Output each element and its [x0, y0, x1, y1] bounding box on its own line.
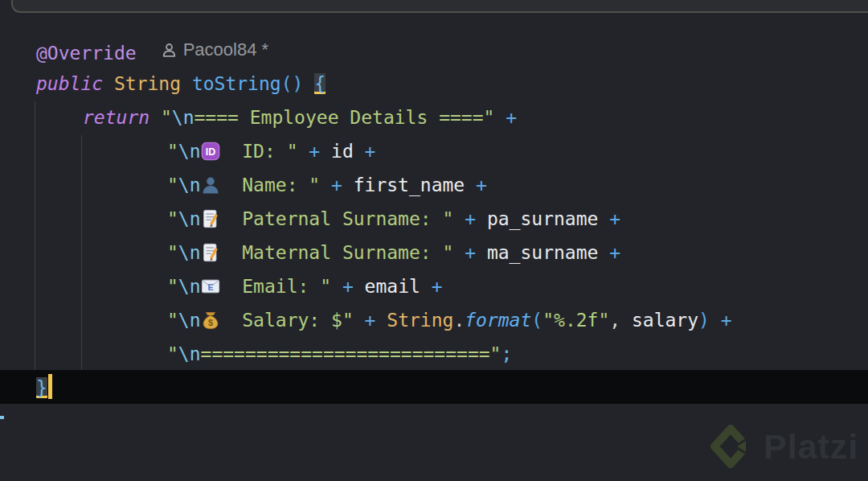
string-literal: Email: ": [220, 276, 331, 297]
gutter-artifact: [0, 416, 4, 419]
text-caret: [48, 374, 52, 399]
code-vision-blame[interactable]: Pacool84 *: [161, 33, 268, 67]
plus-operator: +: [354, 141, 376, 162]
email-emoji: E: [201, 277, 220, 296]
plus-operator: +: [354, 310, 387, 331]
close-brace-matched: }: [36, 377, 47, 398]
bust-emoji: [201, 175, 220, 195]
string-quote: ": [167, 310, 178, 331]
moneybag-emoji: $: [201, 310, 220, 330]
platzi-logo-icon: [710, 425, 751, 468]
id-emoji: ID: [201, 142, 220, 161]
svg-text:E: E: [207, 282, 213, 292]
string-quote: ": [167, 141, 178, 162]
svg-text:ID: ID: [205, 146, 215, 158]
memo-emoji: [201, 243, 220, 262]
open-brace-matched: {: [314, 73, 326, 94]
code-line-signature[interactable]: public String toString() {: [36, 67, 732, 101]
code-line-annotation[interactable]: @OverridePacool84 *: [36, 33, 732, 67]
plus-operator: +: [453, 208, 487, 229]
string-quote: ": [161, 107, 172, 128]
parens: (): [281, 73, 304, 94]
code-line-paternal-surname[interactable]: "\n Paternal Surname: " + pa_surname +: [36, 202, 732, 236]
variable-id: id: [331, 141, 354, 162]
variable-first-name: first_name: [354, 175, 465, 195]
string-literal: ==== Employee Details ====": [194, 107, 495, 128]
variable-salary: salary: [632, 310, 698, 331]
popup-panel-edge: [11, 0, 868, 13]
string-quote: ": [167, 175, 178, 195]
override-annotation: @Override: [36, 43, 137, 64]
newline-escape: \n: [178, 276, 201, 297]
newline-escape: \n: [178, 175, 201, 195]
code-line-id[interactable]: "\nID ID: " + id +: [36, 134, 732, 168]
code-line-salary[interactable]: "\n$ Salary: $" + String.format("%.2f", …: [36, 303, 732, 337]
newline-escape: \n: [178, 343, 201, 364]
indent-guide: [35, 101, 35, 370]
code-line-maternal-surname[interactable]: "\n Maternal Surname: " + ma_surname +: [36, 236, 732, 269]
plus-operator: +: [420, 276, 443, 297]
newline-escape: \n: [178, 310, 201, 331]
svg-text:$: $: [207, 318, 212, 327]
string-quote: ": [167, 276, 178, 297]
code-line-close-brace[interactable]: }: [36, 371, 732, 405]
variable-pa-surname: pa_surname: [487, 208, 598, 229]
string-literal: Paternal Surname: ": [220, 208, 454, 229]
plus-operator: +: [710, 310, 732, 331]
author-icon: [161, 42, 178, 59]
newline-escape: \n: [178, 141, 201, 162]
plus-operator: +: [598, 242, 620, 263]
ide-editor: @OverridePacool84 * public String toStri…: [0, 0, 868, 481]
plus-operator: +: [298, 141, 332, 162]
method-tostring: toString: [192, 73, 281, 94]
plus-operator: +: [331, 276, 365, 297]
keyword-public: public: [36, 73, 114, 94]
paren: ): [698, 310, 710, 331]
string-quote: ": [167, 343, 178, 364]
string-literal: ==========================": [201, 343, 502, 364]
variable-email: email: [365, 276, 420, 297]
string-quote: ": [167, 208, 178, 229]
string-literal: ID: ": [220, 141, 298, 162]
newline-escape: \n: [178, 242, 201, 263]
plus-operator: +: [465, 175, 487, 195]
code-line-email[interactable]: "\nE Email: " + email +: [36, 269, 732, 303]
platzi-brand-text: Platzi: [764, 427, 858, 467]
type-string: String: [387, 310, 453, 331]
memo-emoji: [201, 209, 220, 228]
plus-operator: +: [453, 242, 487, 263]
format-string: "%.2f": [542, 310, 609, 331]
code-editor[interactable]: @OverridePacool84 * public String toStri…: [36, 33, 732, 405]
plus-operator: +: [494, 107, 517, 128]
blame-author: Pacool84 *: [183, 33, 268, 67]
plus-operator: +: [320, 175, 354, 195]
string-quote: ": [167, 242, 178, 263]
code-line-name[interactable]: "\n Name: " + first_name +: [36, 168, 732, 202]
string-literal: Name: ": [220, 175, 321, 195]
type-string: String: [114, 73, 192, 94]
comma: ,: [609, 310, 632, 331]
semicolon: ;: [501, 343, 512, 364]
string-literal: Salary: $": [220, 310, 354, 331]
newline-escape: \n: [172, 107, 194, 128]
code-line-footer[interactable]: "\n==========================";: [36, 337, 732, 371]
method-format: format: [465, 310, 531, 331]
plus-operator: +: [598, 208, 620, 229]
newline-escape: \n: [178, 208, 201, 229]
keyword-return: return: [83, 107, 161, 128]
string-literal: Maternal Surname: ": [220, 242, 454, 263]
dot: .: [453, 310, 465, 331]
platzi-watermark: Platzi: [710, 425, 858, 468]
variable-ma-surname: ma_surname: [487, 242, 598, 263]
paren: (: [531, 310, 542, 331]
code-line-return[interactable]: return "\n==== Employee Details ====" +: [36, 101, 732, 134]
